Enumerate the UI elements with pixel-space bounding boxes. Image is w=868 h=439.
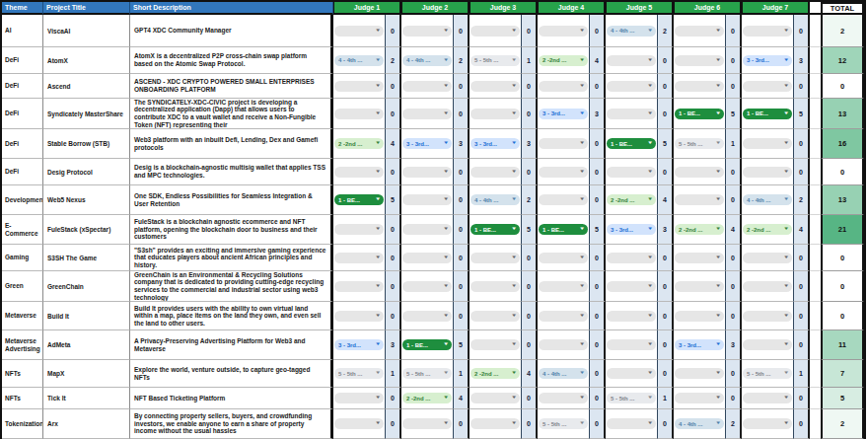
judge-score-dropdown[interactable]: ▼: [334, 393, 384, 403]
judge-score-dropdown[interactable]: 3 - 3rd...▼: [743, 55, 792, 66]
judge-score-dropdown[interactable]: ▼: [402, 26, 452, 37]
judge-score-dropdown[interactable]: ▼: [743, 167, 792, 178]
judge-score-dropdown[interactable]: 2 -2nd ...▼: [539, 55, 588, 66]
judge-score-dropdown[interactable]: ▼: [402, 194, 452, 205]
judge-score-dropdown[interactable]: ▼: [743, 311, 792, 322]
judge-score-dropdown[interactable]: ▼: [743, 339, 792, 350]
judge-score-dropdown[interactable]: ▼: [675, 311, 724, 322]
judge-score-dropdown[interactable]: ▼: [334, 253, 384, 263]
judge-score-dropdown[interactable]: 1 - BE...▼: [402, 339, 452, 350]
judge-score-dropdown[interactable]: 3 - 3rd...▼: [607, 224, 656, 235]
judge-score-dropdown[interactable]: ▼: [334, 167, 384, 178]
judge-score-dropdown[interactable]: ▼: [470, 109, 520, 119]
judge-score-dropdown[interactable]: ▼: [402, 311, 452, 322]
judge-score-dropdown[interactable]: ▼: [607, 418, 656, 429]
judge-score-dropdown[interactable]: 2 -2nd ...▼: [675, 224, 724, 235]
judge-score-dropdown[interactable]: ▼: [607, 311, 656, 322]
judge-score-dropdown[interactable]: ▼: [743, 138, 792, 149]
judge-score-dropdown[interactable]: 1 - BE...▼: [607, 138, 656, 149]
judge-score-dropdown[interactable]: ▼: [675, 368, 724, 379]
judge-score-dropdown[interactable]: ▼: [539, 393, 588, 403]
judge-score-dropdown[interactable]: ▼: [675, 55, 724, 66]
judge-score-dropdown[interactable]: ▼: [334, 281, 384, 292]
judge-score-dropdown[interactable]: ▼: [675, 281, 724, 292]
judge-score-dropdown[interactable]: 2 -2nd ...▼: [607, 194, 656, 205]
judge-score-dropdown[interactable]: ▼: [675, 167, 724, 178]
judge-score-dropdown[interactable]: 5 - 5th ...▼: [743, 368, 792, 379]
judge-score-dropdown[interactable]: ▼: [470, 26, 520, 37]
judge-score-dropdown[interactable]: ▼: [539, 253, 588, 263]
judge-score-dropdown[interactable]: ▼: [743, 81, 792, 92]
judge-score-dropdown[interactable]: ▼: [607, 253, 656, 263]
judge-score-dropdown[interactable]: 4 - 4th ...▼: [607, 26, 656, 37]
judge-score-dropdown[interactable]: ▼: [607, 368, 656, 379]
judge-score-dropdown[interactable]: 4 - 4th ...▼: [334, 55, 384, 66]
judge-score-dropdown[interactable]: ▼: [743, 393, 792, 403]
judge-score-dropdown[interactable]: ▼: [539, 167, 588, 178]
judge-score-dropdown[interactable]: 4 - 4th ...▼: [539, 368, 588, 379]
judge-score-dropdown[interactable]: 3 - 3rd...▼: [334, 339, 384, 350]
judge-score-dropdown[interactable]: ▼: [334, 224, 384, 235]
judge-score-dropdown[interactable]: 1 - BE...▼: [539, 224, 588, 235]
judge-score-dropdown[interactable]: 3 - 3rd...▼: [675, 339, 724, 350]
judge-score-dropdown[interactable]: ▼: [334, 26, 384, 37]
judge-score-dropdown[interactable]: 5 - 5th ...▼: [470, 55, 520, 66]
judge-score-dropdown[interactable]: ▼: [743, 418, 792, 429]
judge-score-dropdown[interactable]: 1 - BE...▼: [675, 109, 724, 119]
judge-score-dropdown[interactable]: ▼: [402, 253, 452, 263]
judge-score-dropdown[interactable]: 2 -2nd ...▼: [402, 393, 452, 403]
judge-score-dropdown[interactable]: ▼: [539, 194, 588, 205]
judge-score-dropdown[interactable]: ▼: [539, 138, 588, 149]
judge-score-dropdown[interactable]: ▼: [675, 194, 724, 205]
judge-score-dropdown[interactable]: ▼: [402, 81, 452, 92]
judge-score-dropdown[interactable]: ▼: [607, 109, 656, 119]
judge-score-dropdown[interactable]: ▼: [539, 311, 588, 322]
judge-score-dropdown[interactable]: 2 -2nd ...▼: [743, 224, 792, 235]
judge-score-dropdown[interactable]: ▼: [607, 55, 656, 66]
judge-score-dropdown[interactable]: ▼: [402, 418, 452, 429]
judge-score-dropdown[interactable]: ▼: [675, 393, 724, 403]
judge-score-dropdown[interactable]: 2 -2nd ...▼: [334, 138, 384, 149]
judge-score-dropdown[interactable]: 4 - 4th ...▼: [675, 418, 724, 429]
judge-score-dropdown[interactable]: 1 - BE...▼: [334, 194, 384, 205]
judge-score-dropdown[interactable]: ▼: [539, 281, 588, 292]
judge-score-dropdown[interactable]: ▼: [402, 167, 452, 178]
judge-score-dropdown[interactable]: ▼: [743, 253, 792, 263]
judge-score-dropdown[interactable]: ▼: [470, 281, 520, 292]
judge-score-dropdown[interactable]: ▼: [402, 224, 452, 235]
judge-score-dropdown[interactable]: 5 - 5th ...▼: [334, 368, 384, 379]
judge-score-dropdown[interactable]: 2 -2nd ...▼: [470, 368, 520, 379]
judge-score-dropdown[interactable]: ▼: [675, 26, 724, 37]
judge-score-dropdown[interactable]: 5 - 5th ...▼: [539, 418, 588, 429]
judge-score-dropdown[interactable]: ▼: [334, 109, 384, 119]
judge-score-dropdown[interactable]: 4 - 4th ...▼: [470, 194, 520, 205]
judge-score-dropdown[interactable]: ▼: [402, 281, 452, 292]
judge-score-dropdown[interactable]: ▼: [675, 253, 724, 263]
judge-score-dropdown[interactable]: 1 - BE...▼: [743, 109, 792, 119]
judge-score-dropdown[interactable]: ▼: [607, 81, 656, 92]
judge-score-dropdown[interactable]: ▼: [607, 339, 656, 350]
judge-score-dropdown[interactable]: ▼: [743, 281, 792, 292]
judge-score-dropdown[interactable]: 4 - 4th ...▼: [743, 194, 792, 205]
judge-score-dropdown[interactable]: 3 - 3rd...▼: [402, 138, 452, 149]
judge-score-dropdown[interactable]: 5 - 5th ...▼: [402, 368, 452, 379]
judge-score-dropdown[interactable]: 3 - 3rd...▼: [539, 109, 588, 119]
judge-score-dropdown[interactable]: ▼: [539, 26, 588, 37]
judge-score-dropdown[interactable]: 4 - 4th ...▼: [402, 55, 452, 66]
judge-score-dropdown[interactable]: ▼: [334, 418, 384, 429]
judge-score-dropdown[interactable]: ▼: [470, 81, 520, 92]
judge-score-dropdown[interactable]: ▼: [607, 167, 656, 178]
judge-score-dropdown[interactable]: 5 - 5th ...▼: [675, 138, 724, 149]
judge-score-dropdown[interactable]: ▼: [539, 339, 588, 350]
judge-score-dropdown[interactable]: ▼: [675, 81, 724, 92]
judge-score-dropdown[interactable]: ▼: [334, 81, 384, 92]
judge-score-dropdown[interactable]: ▼: [334, 311, 384, 322]
judge-score-dropdown[interactable]: ▼: [539, 81, 588, 92]
judge-score-dropdown[interactable]: ▼: [470, 393, 520, 403]
judge-score-dropdown[interactable]: ▼: [607, 281, 656, 292]
judge-score-dropdown[interactable]: ▼: [743, 26, 792, 37]
judge-score-dropdown[interactable]: 3 - 3rd...▼: [470, 138, 520, 149]
judge-score-dropdown[interactable]: ▼: [470, 253, 520, 263]
judge-score-dropdown[interactable]: ▼: [470, 339, 520, 350]
judge-score-dropdown[interactable]: ▼: [470, 311, 520, 322]
